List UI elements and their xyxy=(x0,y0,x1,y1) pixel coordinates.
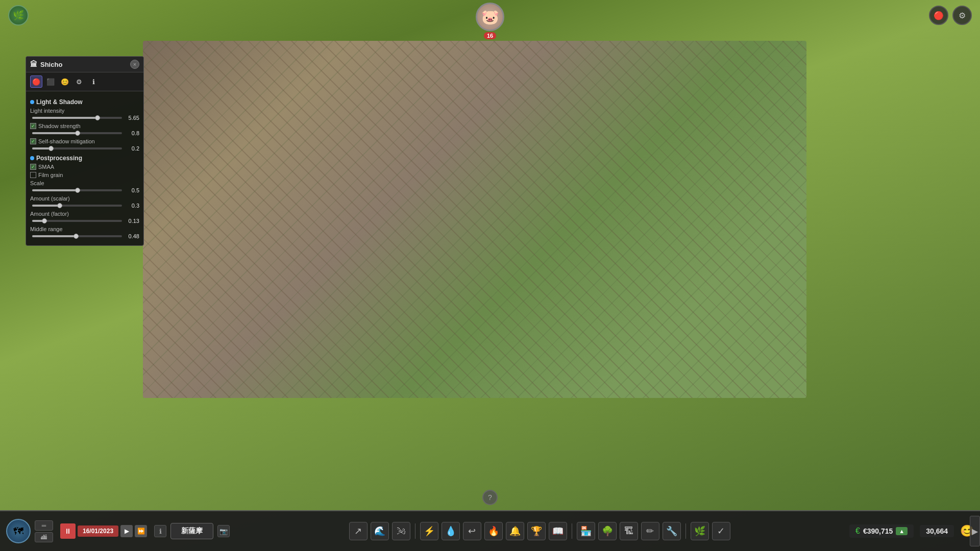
middle-range-thumb[interactable] xyxy=(74,234,79,239)
close-button[interactable]: × xyxy=(130,60,139,69)
tab-color[interactable]: 🔴 xyxy=(30,76,42,88)
info-button[interactable]: ℹ xyxy=(154,525,166,537)
help-button[interactable]: ? xyxy=(482,490,498,505)
shadow-strength-value: 0.8 xyxy=(125,130,139,136)
toolbar-policy[interactable]: 🏆 xyxy=(527,522,546,540)
money-value: €390,715 xyxy=(863,527,893,535)
toolbar-sep-1 xyxy=(415,523,415,539)
toolbar-electricity[interactable]: ⚡ xyxy=(420,522,438,540)
tab-dark[interactable]: ⬛ xyxy=(44,76,57,88)
shadow-strength-track[interactable] xyxy=(32,132,122,134)
road-icon-1[interactable]: ═ xyxy=(35,520,53,531)
money-display: € €390,715 ▲ xyxy=(849,524,914,538)
panel-title-text: Shicho xyxy=(40,61,62,68)
road-type-icons: ═ 🏙 xyxy=(35,520,53,542)
toolbar-wrench[interactable]: 🔧 xyxy=(663,522,681,540)
film-grain-label-row: Film grain xyxy=(30,172,139,178)
amount-factor-track[interactable] xyxy=(32,220,122,222)
scale-value: 0.5 xyxy=(125,187,139,193)
alerts-button[interactable]: 🔴 xyxy=(929,6,948,25)
panel-title-row: 🏛 Shicho xyxy=(30,60,62,68)
middle-range-fill xyxy=(32,235,75,237)
light-intensity-track[interactable] xyxy=(32,117,122,119)
time-controls: ⏸ 16/01/2023 ▶ ⏩ xyxy=(57,523,150,539)
light-intensity-label: Light intensity xyxy=(30,108,64,114)
toolbar-wind[interactable]: 🌬 xyxy=(392,522,410,540)
self-shadow-checkbox[interactable]: ✓ xyxy=(30,138,36,144)
smaa-label: SMAA xyxy=(38,164,54,170)
scale-slider-row: 0.5 xyxy=(30,187,139,193)
shadow-strength-thumb[interactable] xyxy=(75,131,80,136)
amount-factor-label: Amount (factor) xyxy=(30,211,69,217)
amount-scalar-value: 0.3 xyxy=(125,203,139,209)
self-shadow-label: Self-shadow mitigation xyxy=(38,138,95,144)
settings-button[interactable]: ⚙ xyxy=(952,6,972,25)
toolbar-draw[interactable]: ✏ xyxy=(641,522,659,540)
light-shadow-section-header: Light & Shadow xyxy=(30,98,139,106)
toolbar-roads[interactable]: ↩ xyxy=(463,522,481,540)
light-intensity-thumb[interactable] xyxy=(95,115,100,120)
pause-button[interactable]: ⏸ xyxy=(60,523,76,539)
scale-track[interactable] xyxy=(32,189,122,191)
shadow-strength-slider-row: 0.8 xyxy=(30,130,139,136)
toolbar-nature[interactable]: 🌿 xyxy=(691,522,709,540)
postprocessing-dot xyxy=(30,156,34,160)
panel-header: 🏛 Shicho × xyxy=(26,57,143,72)
bottom-left-section: 🗺 ═ 🏙 ⏸ 16/01/2023 ▶ ⏩ ℹ 新薩摩 📷 xyxy=(0,519,236,543)
smaa-checkbox[interactable]: ✓ xyxy=(30,164,36,170)
amount-scalar-track[interactable] xyxy=(32,205,122,207)
population-value: 30,664 xyxy=(926,527,948,535)
panel-title-icon: 🏛 xyxy=(30,60,37,68)
fast-forward-button[interactable]: ⏩ xyxy=(135,525,147,537)
self-shadow-fill xyxy=(32,147,50,149)
self-shadow-track[interactable] xyxy=(32,147,122,149)
postprocessing-section-header: Postprocessing xyxy=(30,155,139,162)
self-shadow-thumb[interactable] xyxy=(48,146,54,151)
amount-factor-thumb[interactable] xyxy=(42,218,47,223)
middle-range-track[interactable] xyxy=(32,235,122,237)
center-toolbar: ↗ 🌊 🌬 ⚡ 💧 ↩ 🔥 🔔 🏆 📖 🏪 🌳 🏗 ✏ 🔧 🌿 ✓ xyxy=(236,522,843,540)
scale-thumb[interactable] xyxy=(75,188,80,193)
amount-scalar-thumb[interactable] xyxy=(57,203,62,208)
city-area xyxy=(143,41,806,398)
amount-scalar-label-row: Amount (scalar) xyxy=(30,195,139,202)
panel-body: Light & Shadow Light intensity 5.65 ✓ Sh… xyxy=(26,91,143,245)
top-left-button[interactable]: 🌿 xyxy=(8,5,29,26)
toolbar-alerts[interactable]: 🔔 xyxy=(506,522,524,540)
light-intensity-label-row: Light intensity xyxy=(30,108,139,114)
tab-happy[interactable]: 😊 xyxy=(59,76,71,88)
tab-info[interactable]: ℹ xyxy=(87,76,100,88)
snapshot-button[interactable]: 📷 xyxy=(217,525,230,537)
minimap-button[interactable]: 🗺 xyxy=(6,519,31,543)
shadow-strength-checkbox[interactable]: ✓ xyxy=(30,123,36,129)
bottom-right-section: € €390,715 ▲ 30,664 😊 xyxy=(843,524,980,538)
expand-button[interactable]: ▶ xyxy=(970,516,980,546)
top-toolbar: 🌿 🐷 16 🔴 ⚙ xyxy=(0,0,980,31)
scale-label: Scale xyxy=(30,180,44,186)
date-display: 16/01/2023 xyxy=(78,525,118,537)
toolbar-market[interactable]: 🏪 xyxy=(577,522,595,540)
light-shadow-panel: 🏛 Shicho × 🔴 ⬛ 😊 ⚙ ℹ Light & Shadow Ligh… xyxy=(26,56,144,246)
toolbar-cursor[interactable]: ↗ xyxy=(349,522,368,540)
population-display: 30,664 xyxy=(920,525,954,537)
amount-scalar-fill xyxy=(32,205,59,207)
play-button[interactable]: ▶ xyxy=(120,525,133,537)
avatar-portrait: 🐷 xyxy=(476,3,504,31)
income-badge: ▲ xyxy=(896,527,908,535)
toolbar-build[interactable]: 🏗 xyxy=(620,522,638,540)
toolbar-water[interactable]: 💧 xyxy=(442,522,460,540)
scale-label-row: Scale xyxy=(30,180,139,186)
toolbar-fire[interactable]: 🔥 xyxy=(484,522,503,540)
toolbar-trees[interactable]: 🌳 xyxy=(598,522,617,540)
toolbar-zones[interactable]: 🌊 xyxy=(371,522,389,540)
film-grain-checkbox[interactable] xyxy=(30,172,36,178)
toolbar-info[interactable]: 📖 xyxy=(549,522,567,540)
light-shadow-label: Light & Shadow xyxy=(36,98,83,106)
road-icon-2[interactable]: 🏙 xyxy=(35,532,53,542)
shadow-strength-fill xyxy=(32,132,77,134)
amount-scalar-slider-row: 0.3 xyxy=(30,203,139,209)
tab-settings[interactable]: ⚙ xyxy=(73,76,85,88)
postprocessing-label: Postprocessing xyxy=(36,155,82,162)
top-right-controls: 🔴 ⚙ xyxy=(929,6,972,25)
toolbar-check[interactable]: ✓ xyxy=(712,522,730,540)
